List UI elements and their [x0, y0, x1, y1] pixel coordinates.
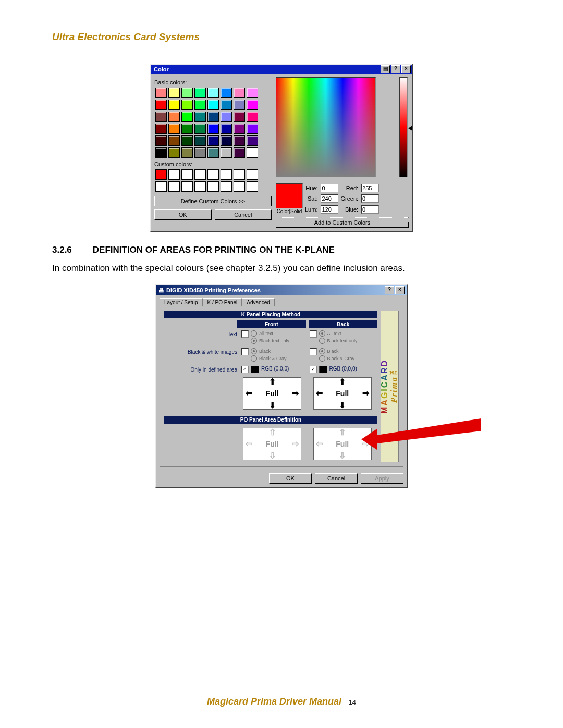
color-swatch[interactable]	[181, 112, 193, 122]
custom-color-swatch[interactable]	[194, 169, 206, 180]
text-back-checkbox[interactable]	[310, 330, 317, 338]
custom-color-swatch[interactable]	[168, 169, 180, 180]
custom-color-swatch[interactable]	[234, 181, 245, 192]
color-swatch[interactable]	[221, 88, 232, 98]
color-swatch[interactable]	[168, 88, 180, 98]
lum-input[interactable]	[321, 205, 338, 214]
color-swatch[interactable]	[207, 124, 219, 134]
color-swatch[interactable]	[247, 88, 258, 98]
color-swatch[interactable]	[194, 124, 206, 134]
color-swatch[interactable]	[194, 88, 206, 98]
color-swatch[interactable]	[207, 100, 219, 110]
color-swatch[interactable]	[155, 112, 167, 122]
ok-button[interactable]: OK	[154, 209, 212, 220]
tab-k-po-panel[interactable]: K / PO Panel	[203, 298, 242, 306]
color-swatch[interactable]	[194, 112, 206, 122]
bw-back-black[interactable]: Black	[319, 348, 355, 354]
color-swatch[interactable]	[207, 88, 219, 98]
kp-front-area-box[interactable]: ⬆ ⬅ Full ➡ ⬇	[243, 377, 301, 410]
custom-color-swatch[interactable]	[234, 169, 245, 180]
custom-color-swatch[interactable]	[155, 169, 167, 180]
color-swatch[interactable]	[221, 112, 232, 122]
color-swatch[interactable]	[234, 100, 245, 110]
tab-layout-setup[interactable]: Layout / Setup	[160, 298, 203, 306]
color-swatch[interactable]	[234, 88, 245, 98]
bw-front-black[interactable]: Black	[251, 348, 287, 354]
color-swatch[interactable]	[247, 100, 258, 110]
color-swatch[interactable]	[194, 100, 206, 110]
bw-back-checkbox[interactable]	[310, 348, 317, 355]
color-gradient[interactable]	[276, 77, 376, 177]
color-swatch[interactable]	[181, 100, 193, 110]
cancel-button[interactable]: Cancel	[215, 209, 272, 220]
area-back-checkbox[interactable]: ✓	[310, 366, 317, 373]
help-icon[interactable]: ?	[385, 286, 394, 294]
color-swatch[interactable]	[221, 135, 232, 146]
color-swatch[interactable]	[247, 112, 258, 122]
close-icon[interactable]: ×	[395, 286, 405, 294]
color-swatch[interactable]	[221, 100, 232, 110]
color-swatch[interactable]	[247, 147, 258, 158]
kp-back-area-box[interactable]: ⬆ ⬅ Full ➡ ⬇	[313, 377, 372, 410]
custom-color-swatch[interactable]	[207, 169, 219, 180]
add-to-custom-colors-button[interactable]: Add to Custom Colors	[276, 217, 409, 228]
color-swatch[interactable]	[221, 124, 232, 134]
text-back-all-text[interactable]: All text	[319, 330, 358, 337]
define-custom-colors-button[interactable]: Define Custom Colors >>	[154, 196, 272, 206]
color-swatch[interactable]	[155, 88, 167, 98]
color-swatch[interactable]	[234, 112, 245, 122]
hue-input[interactable]	[321, 184, 338, 192]
custom-color-swatch[interactable]	[207, 181, 219, 192]
color-swatch[interactable]	[247, 135, 258, 146]
help-icon[interactable]: ?	[391, 65, 400, 73]
color-swatch[interactable]	[155, 124, 167, 134]
basic-colors-grid[interactable]	[154, 87, 272, 159]
color-swatch[interactable]	[168, 135, 180, 146]
color-swatch[interactable]	[155, 100, 167, 110]
color-swatch[interactable]	[234, 135, 245, 146]
green-input[interactable]	[361, 194, 379, 203]
custom-color-swatch[interactable]	[194, 181, 206, 192]
close-icon[interactable]: ×	[401, 65, 411, 73]
custom-color-swatch[interactable]	[221, 181, 232, 192]
custom-color-swatch[interactable]	[181, 169, 193, 180]
rgb-swatch-icon[interactable]	[319, 366, 327, 373]
color-swatch[interactable]	[181, 124, 193, 134]
color-swatch[interactable]	[168, 124, 180, 134]
area-front-checkbox[interactable]: ✓	[241, 366, 249, 373]
color-swatch[interactable]	[181, 147, 193, 158]
palette-icon[interactable]: ▤	[381, 65, 390, 73]
luminance-slider[interactable]	[399, 77, 408, 177]
color-swatch[interactable]	[207, 147, 219, 158]
custom-color-swatch[interactable]	[181, 181, 193, 192]
red-input[interactable]	[361, 184, 379, 192]
pref-apply-button[interactable]: Apply	[361, 473, 403, 484]
color-swatch[interactable]	[168, 112, 180, 122]
rgb-swatch-icon[interactable]	[251, 366, 259, 373]
bw-front-checkbox[interactable]	[241, 348, 249, 355]
custom-colors-grid[interactable]	[154, 168, 272, 193]
color-swatch[interactable]	[234, 124, 245, 134]
color-swatch[interactable]	[168, 147, 180, 158]
pref-cancel-button[interactable]: Cancel	[315, 473, 358, 484]
text-front-black-only[interactable]: Black text only	[251, 338, 289, 344]
text-front-all-text[interactable]: All text	[251, 330, 289, 337]
sat-input[interactable]	[321, 194, 338, 203]
pref-ok-button[interactable]: OK	[269, 473, 312, 484]
color-solid-preview[interactable]	[276, 183, 303, 208]
custom-color-swatch[interactable]	[168, 181, 180, 192]
color-swatch[interactable]	[155, 147, 167, 158]
color-swatch[interactable]	[234, 147, 245, 158]
text-front-checkbox[interactable]	[241, 330, 249, 338]
text-back-black-only[interactable]: Black text only	[319, 338, 358, 344]
blue-input[interactable]	[361, 205, 379, 214]
tab-advanced[interactable]: Advanced	[242, 298, 274, 306]
color-swatch[interactable]	[247, 124, 258, 134]
color-swatch[interactable]	[181, 135, 193, 146]
custom-color-swatch[interactable]	[155, 181, 167, 192]
color-swatch[interactable]	[207, 112, 219, 122]
color-swatch[interactable]	[221, 147, 232, 158]
bw-front-black-gray[interactable]: Black & Gray	[251, 355, 287, 362]
custom-color-swatch[interactable]	[247, 169, 258, 180]
bw-back-black-gray[interactable]: Black & Gray	[319, 355, 355, 362]
